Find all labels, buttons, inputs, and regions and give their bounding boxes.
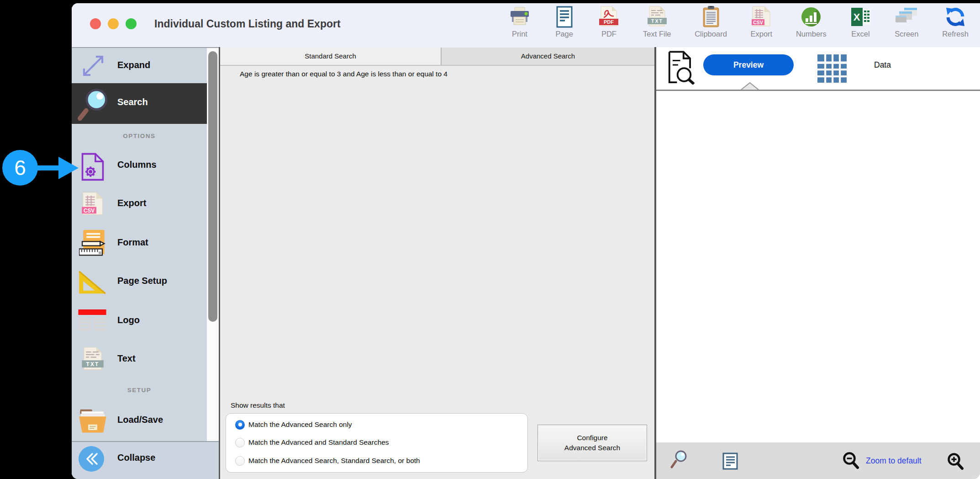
toolbar-label: Page — [555, 30, 573, 38]
toolbar-label: Text File — [643, 30, 671, 38]
radio-label: Match the Advanced Search, Standard Sear… — [248, 457, 420, 465]
text-file-button[interactable]: TXT Text File — [643, 5, 671, 38]
txt-file-icon: TXT — [81, 345, 105, 375]
page-view-icon[interactable] — [722, 452, 738, 472]
printer-icon — [509, 5, 530, 28]
match-options-group: Match the Advanced Search only Match the… — [226, 413, 528, 473]
show-results-label: Show results that — [231, 401, 285, 410]
logo-placeholder-icon — [78, 309, 106, 333]
sidebar-item-collapse[interactable]: Collapse — [72, 442, 219, 479]
toolbar-label: Export — [751, 30, 773, 38]
configure-advanced-search-button[interactable]: Configure Advanced Search — [537, 425, 647, 461]
document-magnifier-icon[interactable] — [667, 51, 695, 86]
data-toggle-button[interactable]: Data — [874, 60, 891, 70]
sidebar-item-label: Text — [117, 353, 136, 364]
sidebar-item-expand[interactable]: Expand — [72, 48, 207, 83]
excel-button[interactable]: X Excel — [850, 5, 871, 38]
numbers-app-icon — [801, 5, 822, 28]
pdf-file-icon: PDF — [598, 5, 619, 28]
zoom-out-icon[interactable] — [843, 452, 860, 472]
magnifier-tool-icon[interactable] — [670, 449, 689, 472]
window-title: Individual Custom Listing and Export — [154, 18, 341, 30]
set-square-icon — [78, 270, 106, 297]
sidebar-item-load-save[interactable]: Load/Save — [72, 404, 207, 437]
annotation-step-badge: 6 — [2, 150, 38, 186]
tab-standard-search[interactable]: Standard Search — [220, 48, 442, 65]
sidebar-item-label: Logo — [117, 315, 140, 325]
close-traffic-light[interactable] — [90, 18, 101, 29]
tabbar-bottom-border — [220, 65, 654, 66]
button-label-line1: Configure — [577, 433, 607, 443]
toolbar-label: Print — [512, 30, 527, 38]
app-window: Individual Custom Listing and Export Pri… — [72, 3, 980, 479]
pdf-button[interactable]: PDF PDF — [598, 5, 619, 38]
sidebar-item-export[interactable]: CSV Export — [72, 187, 207, 221]
sidebar-item-search[interactable]: Search — [72, 83, 207, 124]
sidebar-item-label: Page Setup — [117, 276, 167, 286]
sidebar-item-text[interactable]: TXT Text — [72, 342, 207, 376]
export-button[interactable]: CSV Export — [751, 5, 773, 38]
collapse-chevrons-icon — [79, 446, 104, 474]
sidebar-item-format[interactable]: Format — [72, 226, 207, 260]
radio-label: Match the Advanced and Standard Searches — [248, 438, 389, 447]
svg-text:CSV: CSV — [753, 20, 764, 25]
expand-arrows-icon — [78, 51, 108, 83]
sidebar-scrollbar-thumb[interactable] — [208, 51, 217, 322]
txt-file-icon: TXT — [647, 5, 668, 28]
minimize-traffic-light[interactable] — [108, 18, 119, 29]
radio-option-either-or-both[interactable]: Match the Advanced Search, Standard Sear… — [235, 455, 420, 466]
sidebar-item-page-setup[interactable]: Page Setup — [72, 265, 207, 298]
preview-status-bar: Zoom to default — [656, 442, 980, 479]
svg-text:X: X — [853, 11, 860, 23]
svg-text:CSV: CSV — [84, 208, 95, 214]
screen-button[interactable]: Screen — [895, 5, 918, 38]
csv-file-icon: CSV — [81, 190, 105, 221]
tab-advanced-search[interactable]: Advanced Search — [442, 48, 654, 65]
radio-option-advanced-and-standard[interactable]: Match the Advanced and Standard Searches — [235, 437, 389, 448]
preview-panel — [656, 47, 980, 479]
page-icon — [554, 5, 575, 28]
sidebar-item-logo[interactable]: Logo — [72, 304, 207, 338]
page-button[interactable]: Page — [554, 5, 575, 38]
refresh-button[interactable]: Refresh — [942, 5, 969, 38]
excel-app-icon: X — [850, 5, 871, 28]
clipboard-icon — [701, 5, 722, 28]
toolbar-label: PDF — [601, 30, 616, 38]
tab-label: Advanced Search — [521, 52, 575, 60]
radio-button[interactable] — [235, 438, 245, 447]
annotation-step-number: 6 — [14, 155, 26, 180]
print-button[interactable]: Print — [509, 5, 530, 38]
sidebar-item-label: Columns — [117, 160, 157, 170]
zoom-in-icon[interactable] — [947, 452, 964, 473]
numbers-button[interactable]: Numbers — [796, 5, 827, 38]
svg-text:TXT: TXT — [651, 18, 663, 24]
radio-option-advanced-only[interactable]: Match the Advanced Search only — [235, 419, 352, 430]
data-grid-icon[interactable] — [817, 54, 847, 85]
radio-button-selected[interactable] — [235, 420, 245, 430]
svg-text:TXT: TXT — [86, 361, 99, 367]
toolbar: Print Page PDF PDF TXT Text File — [509, 5, 969, 38]
toolbar-label: Excel — [851, 30, 869, 38]
sidebar-section-setup: SETUP — [72, 387, 207, 394]
query-summary-text: Age is greater than or equal to 3 and Ag… — [240, 70, 448, 78]
clipboard-button[interactable]: Clipboard — [695, 5, 727, 38]
radio-button[interactable] — [235, 456, 245, 466]
zoom-traffic-light[interactable] — [126, 18, 137, 29]
sidebar-item-columns[interactable]: Columns — [72, 149, 207, 182]
preview-toggle-label: Preview — [733, 60, 764, 70]
titlebar: Individual Custom Listing and Export Pri… — [72, 3, 980, 47]
sidebar-item-label: Collapse — [117, 452, 155, 463]
format-document-icon — [79, 230, 105, 259]
preview-toggle-button[interactable]: Preview — [703, 54, 794, 75]
sidebar-item-label: Search — [117, 97, 148, 107]
csv-file-icon: CSV — [751, 5, 772, 28]
tab-label: Standard Search — [305, 52, 356, 60]
toolbar-label: Clipboard — [695, 30, 727, 38]
sidebar-item-label: Export — [117, 198, 146, 208]
zoom-to-default-link[interactable]: Zoom to default — [866, 456, 922, 466]
sidebar-item-label: Format — [117, 237, 148, 248]
toolbar-label: Screen — [895, 30, 918, 38]
annotation-arrow-icon — [35, 155, 80, 183]
toolbar-label: Refresh — [942, 30, 969, 38]
button-label-line2: Advanced Search — [564, 443, 620, 453]
